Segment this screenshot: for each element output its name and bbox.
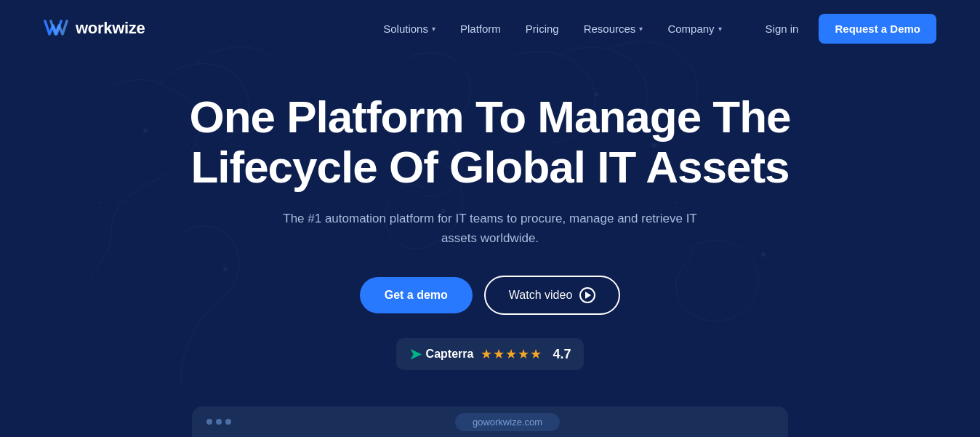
hero-buttons: Get a demo Watch video <box>360 276 621 315</box>
browser-dot-1 <box>206 419 212 425</box>
capterra-rating: 4.7 <box>553 347 571 362</box>
nav-item-platform[interactable]: Platform <box>450 17 511 41</box>
request-demo-button[interactable]: Request a Demo <box>819 14 936 44</box>
capterra-logo: ➤ Capterra <box>409 345 474 363</box>
navbar: workwize Solutions ▾ Platform Pricing Re… <box>0 0 980 57</box>
hero-section: One Platform To Manage The Lifecycle Of … <box>0 57 980 370</box>
logo-text: workwize <box>76 19 145 38</box>
logo[interactable]: workwize <box>44 18 145 39</box>
get-demo-button[interactable]: Get a demo <box>360 277 473 313</box>
watch-video-button[interactable]: Watch video <box>484 276 620 315</box>
chevron-down-icon: ▾ <box>718 25 722 33</box>
chevron-down-icon: ▾ <box>639 25 643 33</box>
capterra-stars: ★★★★★ <box>481 346 542 362</box>
sign-in-link[interactable]: Sign in <box>754 17 811 41</box>
browser-dots <box>206 419 231 425</box>
browser-url-bar[interactable]: goworkwize.com <box>241 413 774 431</box>
browser-url-text: goworkwize.com <box>455 413 560 431</box>
logo-icon <box>44 18 68 39</box>
capterra-badge: ➤ Capterra ★★★★★ 4.7 <box>396 338 585 370</box>
browser-bar: goworkwize.com <box>192 406 788 437</box>
nav-item-solutions[interactable]: Solutions ▾ <box>373 17 446 41</box>
browser-dot-2 <box>216 419 222 425</box>
nav-item-pricing[interactable]: Pricing <box>515 17 569 41</box>
capterra-label: Capterra <box>426 348 474 361</box>
nav-actions: Sign in Request a Demo <box>754 14 936 44</box>
nav-item-resources[interactable]: Resources ▾ <box>574 17 654 41</box>
chevron-down-icon: ▾ <box>432 25 435 33</box>
hero-subtitle: The #1 automation platform for IT teams … <box>279 209 701 248</box>
play-icon <box>579 287 595 303</box>
nav-item-company[interactable]: Company ▾ <box>657 17 731 41</box>
hero-title: One Platform To Manage The Lifecycle Of … <box>177 92 803 193</box>
capterra-arrow-icon: ➤ <box>409 345 422 363</box>
nav-links: Solutions ▾ Platform Pricing Resources ▾… <box>373 17 731 41</box>
browser-dot-3 <box>225 419 231 425</box>
